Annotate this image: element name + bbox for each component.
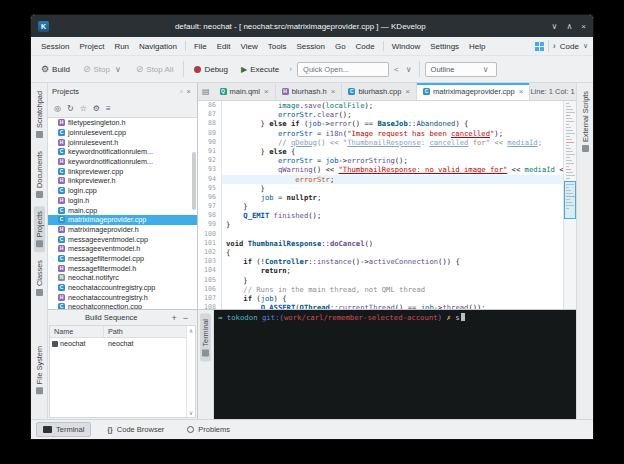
code-editor[interactable]: 86 image.save(localFile);87 errorStr.cle… — [198, 101, 576, 309]
tree-item-main-cpp[interactable]: Cmain.cpp — [48, 205, 197, 215]
editor-tab-blurhash-h[interactable]: Hblurhash.h× — [276, 83, 343, 100]
tab-close-icon[interactable]: × — [331, 87, 336, 96]
tree-item-linkpreviewer-h[interactable]: Hlinkpreviewer.h — [48, 176, 197, 186]
code-line[interactable]: 108 Q_ASSERT(QThread::currentThread() ==… — [198, 303, 563, 309]
code-line[interactable]: 91 } else { — [198, 147, 563, 156]
sidebar-tab-documents[interactable]: Documents — [34, 146, 45, 203]
scroll-down-icon[interactable]: ∨ — [189, 409, 193, 416]
tree-item-linkpreviewer-cpp[interactable]: Clinkpreviewer.cpp — [48, 166, 197, 176]
chevron-down-icon[interactable]: ∨ — [583, 42, 588, 50]
debug-button[interactable]: Debug — [189, 62, 233, 77]
tree-item-matriximageprovider-cpp[interactable]: Cmatriximageprovider.cpp — [48, 215, 197, 225]
statusbar-toggle-code-browser[interactable]: {}Code Browser — [100, 422, 171, 437]
menu-item-file[interactable]: File — [189, 40, 212, 53]
quick-open-input[interactable]: Quick Open... — [297, 62, 389, 77]
code-line[interactable]: 100 — [198, 230, 563, 239]
remove-target-button[interactable]: − — [180, 313, 191, 323]
menu-item-project[interactable]: Project — [74, 40, 109, 53]
tab-close-icon[interactable]: × — [405, 87, 410, 96]
code-line[interactable]: 105 } — [198, 276, 563, 285]
panel-float-icon[interactable]: ▫ — [178, 87, 185, 96]
minimap-viewport[interactable] — [564, 181, 576, 219]
execute-button[interactable]: ▶ Execute — [236, 62, 284, 77]
tree-item-keywordnotificationrulem[interactable]: Hkeywordnotificationrulem... — [48, 157, 197, 167]
tree-item-neochat-notifyrc[interactable]: Nneochat.notifyrc — [48, 273, 197, 283]
column-header-path[interactable]: Path — [104, 326, 186, 337]
code-line[interactable]: 88 } else if (job->error() == BaseJob::A… — [198, 119, 563, 128]
code-line[interactable]: 86 image.save(localFile); — [198, 101, 563, 110]
add-target-button[interactable]: + — [168, 313, 179, 323]
tree-scrollbar[interactable] — [192, 152, 196, 209]
code-line[interactable]: 87 errorStr.clear(); — [198, 110, 563, 119]
area-grid-icon[interactable] — [535, 42, 544, 51]
tree-item-login-cpp[interactable]: Clogin.cpp — [48, 186, 197, 196]
minimize-button[interactable]: ∨ — [552, 22, 558, 31]
code-line[interactable]: 102{ — [198, 248, 563, 257]
tab-close-icon[interactable]: × — [519, 87, 524, 96]
tree-item-neochataccountregistry-h[interactable]: Hneochataccountregistry.h — [48, 292, 197, 302]
code-line[interactable]: 92 errorStr = job->errorString(); — [198, 156, 563, 165]
menu-item-tools[interactable]: Tools — [263, 40, 292, 53]
code-line[interactable]: 90 // qDebug() << "ThumbnailResponse: ca… — [198, 138, 563, 147]
code-line[interactable]: 101void ThumbnailResponse::doCancel() — [198, 239, 563, 248]
maximize-button[interactable]: ∧ — [566, 22, 572, 31]
quick-open-back-button[interactable]: < — [392, 65, 401, 74]
terminal-output[interactable]: → tokodon git:(work/carl/remember-select… — [214, 310, 576, 419]
menu-item-window[interactable]: Window — [387, 40, 425, 53]
stop-all-button[interactable]: ⊘ Stop All — [131, 62, 179, 77]
stop-button[interactable]: ⊘ Stop ∨ — [78, 62, 128, 77]
tree-item-joinrulesevent-h[interactable]: Hjoinrulesevent.h — [48, 137, 197, 147]
tree-item-login-h[interactable]: Hlogin.h — [48, 196, 197, 206]
tree-item-messageeventmodel-h[interactable]: Hmessageeventmodel.h — [48, 244, 197, 254]
editor-tab-matriximageprovider-cpp[interactable]: Cmatriximageprovider.cpp× — [417, 83, 530, 100]
sidebar-tab-external-scripts[interactable]: External Scripts — [580, 86, 591, 157]
locate-file-icon[interactable]: ◎ — [54, 105, 61, 113]
statusbar-toggle-terminal[interactable]: Terminal — [36, 422, 91, 437]
menu-item-run[interactable]: Run — [109, 40, 134, 53]
toolbar-overflow-icon[interactable]: › — [287, 64, 294, 74]
titlebar[interactable]: K default: neochat - [ neochat:src/matri… — [31, 15, 593, 37]
sidebar-tab-projects[interactable]: Projects — [34, 206, 45, 252]
editor-tab-blurhash-cpp[interactable]: Cblurhash.cpp× — [342, 83, 417, 100]
tab-close-icon[interactable]: × — [264, 87, 269, 96]
code-line[interactable]: 93 qWarning() << "ThumbnailResponse: no … — [198, 165, 563, 174]
build-button[interactable]: ⚙ Build — [36, 62, 75, 77]
filter-icon[interactable]: ≡ — [106, 105, 111, 113]
code-line[interactable]: 89 errorStr = i18n("Image request has be… — [198, 129, 563, 138]
tree-item-neochataccountregistry-cpp[interactable]: Cneochataccountregistry.cpp — [48, 283, 197, 293]
menu-item-view[interactable]: View — [236, 40, 263, 53]
tree-item-messagefiltermodel-h[interactable]: Hmessagefiltermodel.h — [48, 263, 197, 273]
quick-open-dropdown-icon[interactable]: ∨ — [404, 65, 414, 74]
outline-combobox[interactable]: Outline ∨ — [425, 62, 497, 77]
code-line[interactable]: 96 job = nullptr; — [198, 193, 563, 202]
code-line[interactable]: 106 // Runs in the main thread, not QML … — [198, 285, 563, 294]
menu-item-help[interactable]: Help — [464, 40, 490, 53]
tree-item-joinrulesevent-cpp[interactable]: Cjoinrulesevent.cpp — [48, 128, 197, 138]
tree-item-keywordnotificationrulem[interactable]: Ckeywordnotificationrulem... — [48, 147, 197, 157]
menu-item-go[interactable]: Go — [330, 40, 351, 53]
build-sequence-scrollbar[interactable]: ∧ ∨ — [186, 326, 195, 417]
menu-item-settings[interactable]: Settings — [425, 40, 464, 53]
area-switcher-button[interactable]: Code — [560, 42, 579, 51]
tree-item-filetypesingleton-h[interactable]: Hfiletypesingleton.h — [48, 118, 197, 128]
code-line[interactable]: 95 } — [198, 184, 563, 193]
sidebar-tab-file-system[interactable]: File System — [34, 341, 45, 399]
build-sequence-row[interactable]: neochatneochat — [50, 338, 186, 349]
code-line[interactable]: 98 Q_EMIT finished(); — [198, 211, 563, 220]
editor-minimap[interactable] — [563, 101, 576, 309]
editor-tab-main-qml[interactable]: Qmain.qml× — [214, 83, 276, 100]
close-button[interactable]: × — [581, 22, 586, 31]
code-line[interactable]: 103 if (!Controller::instance()->activeC… — [198, 257, 563, 266]
build-settings-icon[interactable]: ⚙ — [93, 105, 100, 113]
menu-item-session[interactable]: Session — [36, 40, 74, 53]
code-line[interactable]: 107 if (job) { — [198, 294, 563, 303]
menu-item-navigation[interactable]: Navigation — [134, 40, 182, 53]
sidebar-tab-classes[interactable]: Classes — [34, 255, 45, 301]
panel-close-icon[interactable]: × — [185, 87, 193, 96]
reload-icon[interactable]: ↻ — [67, 105, 74, 113]
statusbar-toggle-problems[interactable]: Problems — [180, 422, 237, 437]
code-line[interactable]: 94 errorStr; — [198, 175, 563, 184]
terminal-tab[interactable]: Terminal — [200, 314, 211, 362]
menu-item-code[interactable]: Code — [351, 40, 380, 53]
code-line[interactable]: 97 } — [198, 202, 563, 211]
